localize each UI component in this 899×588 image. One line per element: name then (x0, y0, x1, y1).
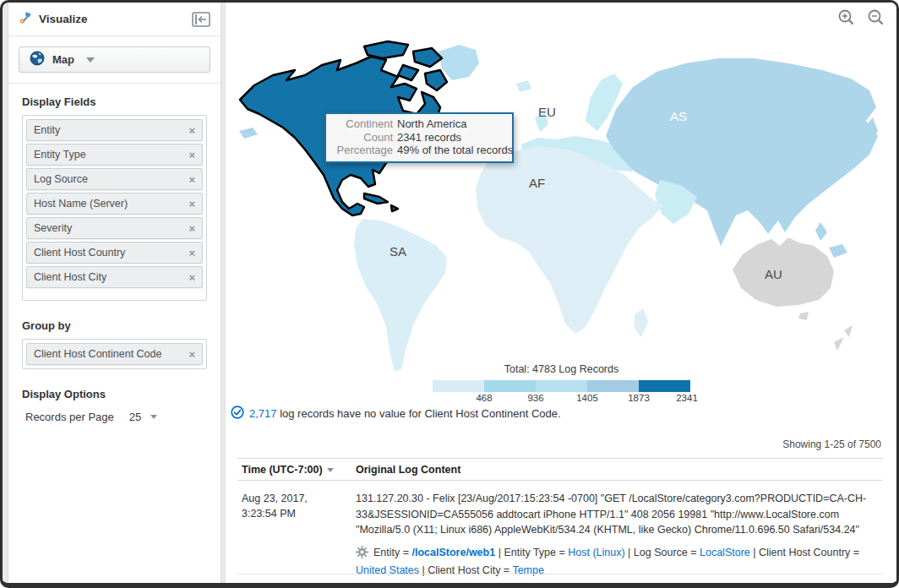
field-chip-log-source[interactable]: Log Source × (26, 168, 203, 190)
chip-label: Entity Type (34, 149, 86, 161)
no-value-count-link[interactable]: 2,717 (249, 407, 277, 420)
map-label-sa: SA (390, 244, 406, 259)
showing-range: Showing 1-25 of 7500 (782, 438, 881, 450)
panel-title: Visualize (39, 13, 192, 25)
viz-type-dropdown[interactable]: Map (19, 46, 210, 73)
group-by-box: Client Host Continent Code × (22, 339, 207, 369)
field-chip-entity-type[interactable]: Entity Type × (26, 144, 203, 166)
field-value-link-entity-type[interactable]: Host (Linux) (568, 547, 624, 558)
globe-icon (30, 51, 45, 68)
chip-label: Log Source (34, 173, 88, 185)
remove-x-icon[interactable]: × (188, 150, 195, 161)
equals-sign: = (850, 547, 859, 558)
column-header-time[interactable]: Time (UTC-7:00) (242, 464, 334, 476)
map-label-eu: EU (538, 105, 556, 119)
field-chip-client-host-country[interactable]: Client Host Country × (26, 242, 203, 264)
remove-x-icon[interactable]: × (188, 125, 195, 136)
group-by-chip-continent-code[interactable]: Client Host Continent Code × (26, 343, 203, 365)
legend-tick: 468 (476, 393, 492, 403)
legend-segment-3 (536, 380, 587, 392)
chip-label: Severity (34, 222, 72, 234)
legend-segment-4 (587, 380, 639, 392)
field-value-link-log-source[interactable]: LocalStore (700, 547, 750, 558)
legend-ticks: 468 936 1405 1873 2341 (433, 393, 690, 405)
legend-segment-2 (484, 380, 536, 392)
chip-label: Host Name (Server) (34, 198, 128, 210)
records-per-page-row: Records per Page 25 (25, 411, 204, 423)
remove-x-icon[interactable]: × (188, 248, 195, 259)
log-raw-text: 131.127.20.30 - Felix [23/Aug/2017:15:23… (356, 491, 880, 538)
legend-tick: 936 (527, 393, 543, 403)
continent-asia-sliver[interactable] (239, 128, 258, 139)
tooltip-label: Percentage (333, 144, 397, 157)
sort-descending-icon (327, 468, 334, 472)
zoom-out-icon[interactable] (867, 8, 885, 30)
chip-label: Entity (34, 124, 60, 136)
log-time-date: Aug 23, 2017, (242, 491, 343, 506)
continent-south-america[interactable] (354, 219, 447, 372)
tooltip-value: 49% of the total records (397, 144, 513, 157)
display-options-heading: Display Options (22, 388, 207, 400)
tooltip-label: Continent (333, 117, 397, 131)
field-value-link-entity[interactable]: /localStore/web1 (412, 547, 496, 558)
legend-color-scale (433, 380, 690, 392)
collapse-panel-icon[interactable] (192, 12, 210, 27)
no-value-text: log records have no value for Client Hos… (277, 407, 561, 420)
remove-x-icon[interactable]: × (188, 349, 195, 360)
field-label: Entity (373, 547, 400, 558)
records-per-page-value[interactable]: 25 (129, 411, 141, 423)
visualization-panel: EU AS AF SA AU Continent North America C… (225, 3, 896, 583)
tooltip-row: Continent North America (333, 117, 505, 131)
map-tooltip: Continent North America Count 2341 recor… (324, 112, 514, 163)
dropdown-caret-icon[interactable] (150, 415, 157, 419)
column-header-original-log-content: Original Log Content (356, 464, 460, 476)
legend-segment-1 (433, 380, 484, 392)
map-zoom-controls (837, 8, 885, 30)
field-label: Entity Type (504, 547, 556, 558)
field-label: Client Host Country (759, 547, 850, 558)
equals-sign: = (688, 547, 700, 558)
field-chip-entity[interactable]: Entity × (26, 119, 203, 141)
continent-asia[interactable] (606, 58, 878, 263)
check-circle-icon (231, 406, 244, 422)
map-label-as: AS (670, 109, 687, 123)
legend-tick: 1873 (628, 393, 650, 403)
display-fields-heading: Display Fields (22, 95, 207, 108)
remove-x-icon[interactable]: × (188, 199, 195, 210)
legend-tick: 2341 (676, 393, 698, 403)
viz-type-section: Map (8, 36, 221, 84)
chip-label: Client Host City (34, 271, 106, 283)
dropdown-caret-icon (86, 57, 95, 63)
region-greenland[interactable] (439, 45, 479, 80)
field-chip-client-host-city[interactable]: Client Host City × (26, 266, 203, 288)
visualize-sidebar: Visualize Map (8, 3, 221, 583)
hammer-gear-icon (19, 10, 33, 28)
remove-x-icon[interactable]: × (188, 272, 195, 283)
remove-x-icon[interactable]: × (188, 223, 195, 234)
world-map[interactable]: EU AS AF SA AU (237, 36, 885, 373)
continent-africa[interactable] (476, 146, 663, 337)
map-label-af: AF (529, 176, 545, 190)
field-chip-host-name[interactable]: Host Name (Server) × (26, 193, 203, 215)
tooltip-label: Count (333, 131, 397, 144)
group-by-heading: Group by (22, 319, 207, 332)
viz-type-label: Map (52, 53, 74, 66)
row-divider (237, 574, 883, 574)
field-chip-severity[interactable]: Severity × (26, 217, 203, 239)
legend-title: Total: 4783 Log Records (433, 363, 690, 375)
legend-tick: 1405 (576, 393, 598, 403)
records-per-page-label: Records per Page (25, 411, 114, 423)
gear-icon[interactable] (356, 546, 368, 564)
tooltip-value: North America (397, 117, 466, 131)
zoom-in-icon[interactable] (837, 8, 855, 30)
visualize-window: Visualize Map (0, 0, 899, 588)
chip-label: Client Host Continent Code (34, 348, 161, 360)
sidebar-header: Visualize (8, 3, 221, 36)
log-row-content: 131.127.20.30 - Felix [23/Aug/2017:15:23… (356, 491, 880, 579)
tooltip-value: 2341 records (397, 131, 461, 144)
display-fields-box: Entity × Entity Type × Log Source × Host… (22, 115, 207, 301)
chip-label: Client Host Country (34, 247, 125, 259)
remove-x-icon[interactable]: × (188, 174, 195, 185)
field-separator: | (625, 547, 634, 558)
log-row-time: Aug 23, 2017, 3:23:54 PM (242, 491, 343, 521)
